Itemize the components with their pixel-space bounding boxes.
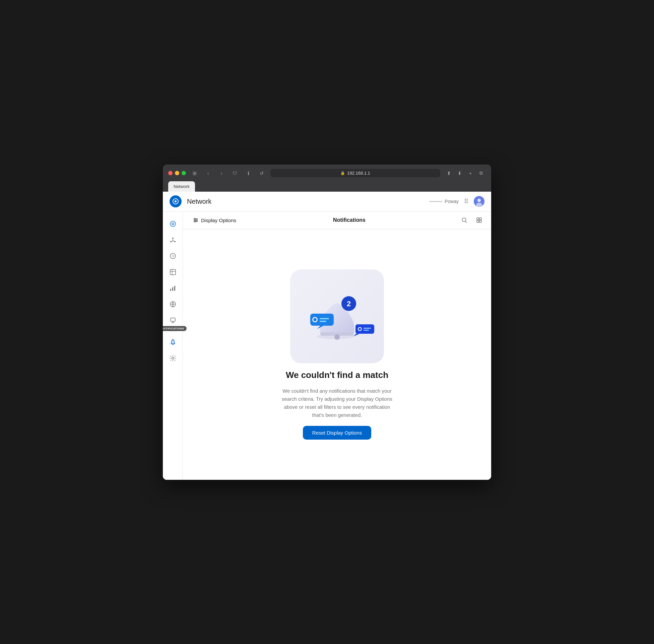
svg-rect-50 xyxy=(320,321,326,322)
svg-rect-38 xyxy=(480,218,482,220)
svg-line-36 xyxy=(466,222,467,223)
info-icon: ℹ xyxy=(243,168,253,178)
new-tab-icon[interactable]: + xyxy=(466,168,475,178)
app-header: Network Poway ⠿ xyxy=(163,192,491,212)
traffic-light-yellow[interactable] xyxy=(175,171,179,175)
shield-icon: 🛡 xyxy=(230,168,239,178)
svg-point-32 xyxy=(194,218,195,220)
content-area: Display Options Notifications xyxy=(183,212,491,480)
svg-point-53 xyxy=(359,328,361,330)
lock-icon: 🔒 xyxy=(341,171,345,175)
svg-point-3 xyxy=(477,199,481,202)
app-logo[interactable] xyxy=(169,196,182,207)
refresh-icon[interactable]: ↺ xyxy=(257,168,266,178)
url-text: 192.168.1.1 xyxy=(347,170,370,176)
sidebar-item-settings[interactable] xyxy=(166,351,180,365)
svg-rect-21 xyxy=(174,286,175,291)
location-label: Poway xyxy=(445,199,459,204)
download-icon[interactable]: ⬇ xyxy=(455,168,464,178)
svg-point-4 xyxy=(476,203,482,207)
sidebar-notifications-container: NOTIFICATIONS xyxy=(166,336,180,349)
svg-point-1 xyxy=(174,200,177,202)
svg-rect-20 xyxy=(172,287,173,291)
browser-titlebar: ⊞ ‹ › 🛡 ℹ ↺ 🔒 192.168.1.1 ⬆ ⬇ + ⧉ xyxy=(168,168,486,178)
sidebar-item-globe[interactable] xyxy=(166,298,180,311)
svg-point-48 xyxy=(313,318,317,321)
sidebar-item-notifications[interactable] xyxy=(166,336,180,349)
svg-point-6 xyxy=(172,223,174,225)
svg-rect-39 xyxy=(477,221,479,223)
grid-view-button[interactable] xyxy=(474,215,485,226)
browser-chrome: ⊞ ‹ › 🛡 ℹ ↺ 🔒 192.168.1.1 ⬆ ⬇ + ⧉ Networ… xyxy=(163,164,491,192)
share-icon[interactable]: ⬆ xyxy=(444,168,454,178)
svg-point-14 xyxy=(170,253,176,259)
notification-illustration: 2 xyxy=(290,269,384,363)
sidebar-item-topology[interactable] xyxy=(166,266,180,279)
empty-state-title: We couldn't find a match xyxy=(286,370,388,380)
sidebar-toggle-icon[interactable]: ⊞ xyxy=(190,168,200,178)
traffic-light-green[interactable] xyxy=(182,171,186,175)
back-button[interactable]: ‹ xyxy=(203,168,213,178)
main-layout: NOTIFICATIONS xyxy=(163,212,491,480)
empty-state: 2 xyxy=(183,229,491,480)
traffic-light-red[interactable] xyxy=(168,171,172,175)
svg-point-15 xyxy=(172,255,174,257)
sidebar-item-devices[interactable] xyxy=(166,314,180,327)
content-title: Notifications xyxy=(239,217,459,223)
svg-rect-16 xyxy=(170,269,176,275)
sidebar: NOTIFICATIONS xyxy=(163,212,183,480)
svg-rect-40 xyxy=(480,221,482,223)
header-right: Poway ⠿ xyxy=(429,196,485,207)
content-header-actions xyxy=(459,215,485,226)
svg-rect-19 xyxy=(170,289,171,291)
forward-button[interactable]: › xyxy=(217,168,226,178)
svg-rect-24 xyxy=(170,318,175,321)
location-bar-icon xyxy=(429,201,443,202)
svg-point-5 xyxy=(170,221,176,227)
svg-rect-54 xyxy=(364,328,371,329)
display-options-label: Display Options xyxy=(201,217,236,223)
browser-tab[interactable]: Network xyxy=(168,181,195,192)
svg-rect-49 xyxy=(320,318,329,319)
search-button[interactable] xyxy=(459,215,470,226)
svg-point-43 xyxy=(334,335,340,340)
empty-state-description: We couldn't find any notifications that … xyxy=(280,387,394,419)
notifications-badge: NOTIFICATIONS xyxy=(163,326,187,331)
sidebar-item-dashboard[interactable] xyxy=(166,217,180,231)
sidebar-divider xyxy=(169,331,177,331)
reset-display-options-button[interactable]: Reset Display Options xyxy=(303,426,371,440)
svg-rect-37 xyxy=(477,218,479,220)
svg-rect-55 xyxy=(364,330,369,331)
svg-point-34 xyxy=(194,221,196,222)
user-avatar[interactable] xyxy=(474,196,485,207)
content-header: Display Options Notifications xyxy=(183,212,491,229)
sidebar-item-clients[interactable] xyxy=(166,249,180,263)
app-container: Network Poway ⠿ xyxy=(163,192,491,480)
location-badge: Poway xyxy=(429,199,459,204)
sidebar-item-stats[interactable] xyxy=(166,281,180,295)
traffic-lights xyxy=(168,171,186,175)
svg-point-27 xyxy=(172,344,173,345)
tabs-icon[interactable]: ⧉ xyxy=(476,168,486,178)
address-bar[interactable]: 🔒 192.168.1.1 xyxy=(271,169,440,177)
sidebar-item-nodes[interactable] xyxy=(166,233,180,247)
address-bar-container: 🔒 192.168.1.1 xyxy=(271,169,440,177)
svg-point-33 xyxy=(196,220,197,221)
apps-grid-icon[interactable]: ⠿ xyxy=(464,198,468,205)
tab-title: Network xyxy=(173,184,190,189)
display-options-button[interactable]: Display Options xyxy=(190,215,239,225)
svg-point-35 xyxy=(462,218,466,222)
browser-window: ⊞ ‹ › 🛡 ℹ ↺ 🔒 192.168.1.1 ⬆ ⬇ + ⧉ Networ… xyxy=(163,164,491,480)
svg-point-28 xyxy=(172,357,174,359)
svg-text:2: 2 xyxy=(347,300,351,308)
app-title: Network xyxy=(187,198,424,205)
browser-toolbar-icons: ⬆ ⬇ + ⧉ xyxy=(444,168,486,178)
